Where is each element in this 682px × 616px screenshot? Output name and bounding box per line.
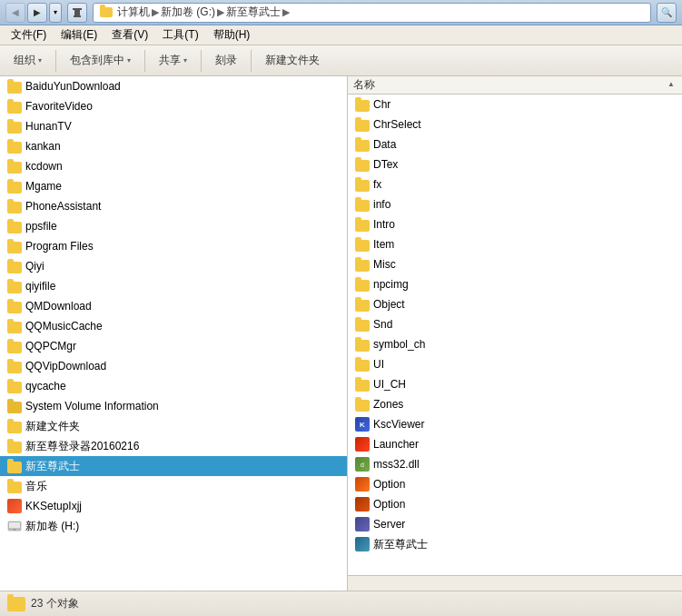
right-list-item[interactable]: fx: [348, 174, 682, 194]
left-list-item[interactable]: QQVipDownload: [0, 356, 347, 376]
file-name-label: BaiduYunDownload: [25, 80, 121, 93]
file-name-label: PhoneAssistant: [25, 200, 101, 213]
menu-view[interactable]: 查看(V): [104, 25, 155, 45]
right-list-item[interactable]: UI: [348, 354, 682, 374]
back-button[interactable]: ◀: [5, 3, 25, 23]
share-button[interactable]: 共享 ▾: [151, 48, 195, 74]
left-list-item[interactable]: qycache: [0, 376, 347, 396]
address-folder-icon: [99, 5, 114, 20]
file-type-icon: [355, 517, 370, 532]
left-list-item[interactable]: qiyifile: [0, 276, 347, 296]
status-folder-icon: [7, 597, 25, 611]
file-name-label: Chr: [373, 98, 390, 111]
menu-edit[interactable]: 编辑(E): [54, 25, 104, 45]
menu-file[interactable]: 文件(F): [4, 25, 54, 45]
left-list-item[interactable]: KKSetupIxjj: [0, 496, 347, 516]
menu-help[interactable]: 帮助(H): [206, 25, 258, 45]
left-list-item[interactable]: ppsfile: [0, 216, 347, 236]
folder-icon: [7, 79, 22, 94]
right-list-item[interactable]: UI_CH: [348, 374, 682, 394]
file-name-label: Launcher: [373, 438, 419, 451]
file-name-label: HunanTV: [25, 120, 72, 133]
svg-point-5: [14, 529, 15, 531]
left-list-item[interactable]: Qiyi: [0, 256, 347, 276]
svg-rect-2: [74, 15, 81, 17]
right-list-item[interactable]: npcimg: [348, 274, 682, 294]
left-list-item[interactable]: QMDownload: [0, 296, 347, 316]
file-name-label: Server: [373, 518, 405, 531]
organize-button[interactable]: 组织 ▾: [5, 48, 50, 74]
left-list-item[interactable]: FavoriteVideo: [0, 96, 347, 116]
address-bar[interactable]: 计算机 ▶ 新加卷 (G:) ▶ 新至尊武士 ▶: [93, 3, 651, 23]
file-name-label: Mgame: [25, 180, 62, 193]
file-type-icon: [355, 377, 370, 392]
right-list-item[interactable]: Option: [348, 474, 682, 494]
right-column-header: 名称 ▲: [348, 76, 682, 94]
right-list-item[interactable]: Item: [348, 234, 682, 254]
right-list-item[interactable]: info: [348, 194, 682, 214]
right-list-item[interactable]: Snd: [348, 314, 682, 334]
nav-dropdown-button[interactable]: ▾: [49, 3, 62, 23]
new-folder-button[interactable]: 新建文件夹: [257, 48, 328, 74]
right-list-item[interactable]: Server: [348, 514, 682, 534]
file-type-icon: [355, 477, 370, 492]
folder-icon: [7, 239, 22, 253]
file-name-label: UI: [373, 358, 384, 371]
left-list-item[interactable]: kcdown: [0, 156, 347, 176]
left-list-item[interactable]: 新加卷 (H:): [0, 516, 347, 536]
right-list-item[interactable]: ChrSelect: [348, 114, 682, 134]
file-name-label: Intro: [373, 218, 395, 231]
left-list-item[interactable]: Mgame: [0, 176, 347, 196]
address-drive: 新加卷 (G:): [161, 5, 215, 20]
left-list-item[interactable]: Program Files: [0, 236, 347, 256]
file-type-icon: [355, 537, 370, 551]
horizontal-scrollbar[interactable]: [348, 575, 682, 591]
left-list-item[interactable]: PhoneAssistant: [0, 196, 347, 216]
folder-icon: [7, 459, 22, 473]
file-name-label: npcimg: [373, 278, 409, 291]
left-list-item[interactable]: kankan: [0, 136, 347, 156]
file-name-label: ppsfile: [25, 220, 57, 233]
left-list-item[interactable]: 新至尊武士: [0, 456, 347, 476]
folder-icon: [7, 399, 22, 413]
right-list-item[interactable]: Launcher: [348, 434, 682, 454]
left-list-item[interactable]: QQMusicCache: [0, 316, 347, 336]
right-list-item[interactable]: Option: [348, 494, 682, 514]
left-list-item[interactable]: HunanTV: [0, 116, 347, 136]
breadcrumb-sep-3: ▶: [282, 6, 290, 18]
left-list-item[interactable]: BaiduYunDownload: [0, 76, 347, 96]
right-list-item[interactable]: Object: [348, 294, 682, 314]
right-list-item[interactable]: Data: [348, 134, 682, 154]
right-list-item[interactable]: 新至尊武士: [348, 534, 682, 554]
left-list-item[interactable]: 新至尊登录器20160216: [0, 436, 347, 456]
left-list-item[interactable]: QQPCMgr: [0, 336, 347, 356]
right-list-item[interactable]: KKscViewer: [348, 414, 682, 434]
right-list-item[interactable]: DTex: [348, 154, 682, 174]
folder-icon: [7, 199, 22, 214]
left-list-item[interactable]: 新建文件夹: [0, 416, 347, 436]
forward-button[interactable]: ▶: [27, 3, 47, 23]
search-button[interactable]: 🔍: [657, 3, 677, 23]
right-list-item[interactable]: dmss32.dll: [348, 454, 682, 474]
left-scroll-area[interactable]: BaiduYunDownloadFavoriteVideoHunanTVkank…: [0, 76, 347, 591]
right-list-item[interactable]: Intro: [348, 214, 682, 234]
burn-button[interactable]: 刻录: [207, 48, 245, 74]
right-list-item[interactable]: Misc: [348, 254, 682, 274]
address-computer: 计算机: [117, 5, 150, 20]
file-name-label: QQPCMgr: [25, 340, 76, 353]
menu-tools[interactable]: 工具(T): [155, 25, 205, 45]
right-scroll-area[interactable]: ChrChrSelectDataDTexfxinfoIntroItemMiscn…: [348, 94, 682, 575]
include-library-button[interactable]: 包含到库中 ▾: [62, 48, 139, 74]
right-list-item[interactable]: Chr: [348, 94, 682, 114]
folder-icon: [7, 159, 22, 174]
right-list-item[interactable]: symbol_ch: [348, 334, 682, 354]
up-button[interactable]: [67, 3, 87, 23]
file-name-label: QQMusicCache: [25, 320, 103, 333]
right-list-item[interactable]: Zones: [348, 394, 682, 414]
folder-icon: [7, 439, 22, 453]
left-list-item[interactable]: System Volume Information: [0, 396, 347, 416]
sort-arrow-icon: ▲: [667, 80, 675, 88]
file-name-label: qiyifile: [25, 280, 55, 293]
toolbar-separator-3: [201, 50, 202, 72]
left-list-item[interactable]: 音乐: [0, 476, 347, 496]
